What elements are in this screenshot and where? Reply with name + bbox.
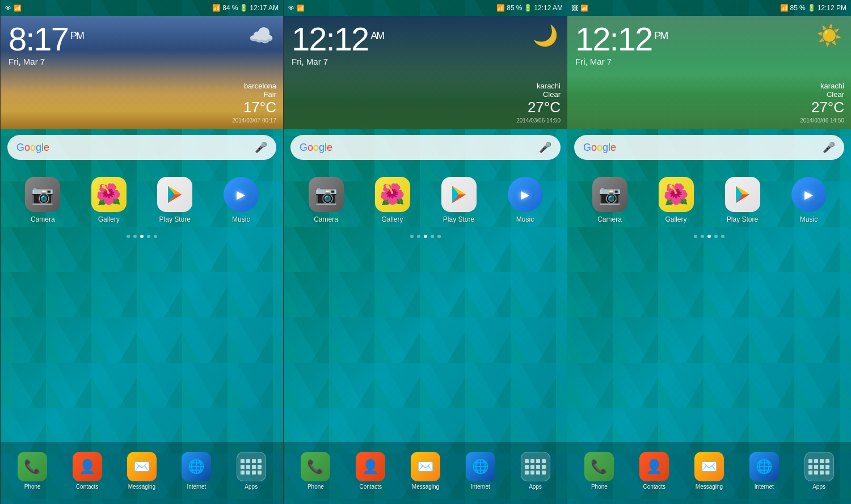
img-icon-3: 🖼 — [572, 5, 578, 11]
app-music-1[interactable]: Music — [218, 177, 264, 223]
dock-internet-1[interactable]: 🌐 Internet — [182, 452, 211, 490]
apps-dock-label-3: Apps — [812, 484, 825, 490]
dot-2-4[interactable] — [431, 235, 434, 238]
dock-phone-2[interactable]: 📞 Phone — [301, 452, 330, 490]
app-gallery-2[interactable]: Gallery — [370, 177, 415, 223]
internet-dock-icon-2: 🌐 — [466, 452, 495, 481]
weather-updated-1: 2014/03/07 00:17 — [232, 117, 276, 124]
weather-bottom-3: karachi Clear 27°C 2014/03/06 14:50 — [800, 82, 844, 124]
gallery-label-2: Gallery — [381, 215, 403, 223]
dot-3-4[interactable] — [714, 235, 718, 238]
battery-icon-3: 🔋 — [807, 4, 816, 12]
music-label-1: Music — [232, 215, 250, 223]
gallery-icon-1 — [91, 177, 127, 212]
dock-internet-2[interactable]: 🌐 Internet — [466, 452, 495, 490]
dock-apps-1[interactable]: Apps — [237, 452, 266, 490]
dot-1-3[interactable] — [140, 235, 144, 238]
dock-internet-3[interactable]: 🌐 Internet — [749, 452, 779, 490]
phone-dock-icon-3: 📞 — [584, 452, 614, 481]
wifi-icon-3: 📶 — [580, 5, 588, 12]
app-playstore-3[interactable]: Play Store — [720, 177, 765, 223]
app-camera-1[interactable]: Camera — [20, 177, 65, 223]
music-icon-3 — [791, 177, 827, 212]
phone-screen-2: 👁 📶 📶 85% 🔋 12:12 AM 12:12AM Fri, Mar 7 … — [284, 0, 567, 504]
dot-3-3[interactable] — [707, 235, 711, 238]
weather-time-3: 12:12PM — [575, 23, 843, 56]
playstore-label-2: Play Store — [443, 215, 474, 223]
app-camera-2[interactable]: Camera — [304, 177, 349, 223]
dot-3-2[interactable] — [701, 235, 704, 238]
music-label-2: Music — [516, 215, 534, 223]
status-bar-2: 👁 📶 📶 85% 🔋 12:12 AM — [284, 0, 567, 16]
dock-apps-3[interactable]: Apps — [804, 452, 834, 490]
app-gallery-1[interactable]: Gallery — [86, 177, 132, 223]
search-bar-1[interactable]: Google 🎤 — [7, 135, 276, 160]
weather-date-1: Fri, Mar 7 — [9, 57, 275, 66]
dot-1-1[interactable] — [127, 235, 130, 238]
weather-icon-1: ☁️ — [248, 24, 274, 48]
weather-temp-2: 27°C — [516, 99, 561, 116]
dock-messaging-2[interactable]: ✉️ Messaging — [411, 452, 440, 490]
phone-dock-label-1: Phone — [24, 484, 41, 490]
mic-icon-2[interactable]: 🎤 — [539, 141, 551, 154]
status-left-2: 👁 📶 — [288, 5, 305, 12]
dot-1-2[interactable] — [133, 235, 137, 238]
dot-2-1[interactable] — [410, 235, 414, 238]
dock-contacts-3[interactable]: 👤 Contacts — [639, 452, 669, 490]
apps-dock-icon-3 — [804, 452, 834, 481]
dock-phone-3[interactable]: 📞 Phone — [584, 452, 614, 490]
dock-contacts-1[interactable]: 👤 Contacts — [73, 452, 102, 490]
google-logo-1: Google — [16, 142, 49, 154]
app-playstore-2[interactable]: Play Store — [436, 177, 482, 223]
dot-1-5[interactable] — [154, 235, 157, 238]
internet-dock-label-1: Internet — [187, 484, 206, 490]
apps-dock-label-2: Apps — [529, 484, 542, 490]
google-logo-3: Google — [583, 142, 616, 154]
mic-icon-1[interactable]: 🎤 — [255, 141, 267, 154]
apps-dock-icon-1 — [237, 452, 266, 481]
dot-3-5[interactable] — [721, 235, 724, 238]
weather-widget-2: 12:12AM Fri, Mar 7 🌙 karachi Clear 27°C … — [284, 16, 567, 129]
dock-messaging-1[interactable]: ✉️ Messaging — [127, 452, 157, 490]
weather-city-2: karachi — [516, 82, 561, 90]
dock-phone-1[interactable]: 📞 Phone — [18, 452, 47, 490]
eye-icon-2: 👁 — [288, 5, 294, 11]
weather-widget-3: 12:12PM Fri, Mar 7 ☀️ karachi Clear 27°C… — [567, 16, 851, 129]
mic-icon-3[interactable]: 🎤 — [823, 141, 835, 154]
app-music-3[interactable]: Music — [786, 177, 832, 223]
weather-updated-2: 2014/03/06 14:50 — [516, 117, 561, 124]
eye-icon: 👁 — [5, 5, 11, 11]
internet-dock-icon-3: 🌐 — [749, 452, 779, 481]
dot-2-5[interactable] — [437, 235, 441, 238]
dot-1-4[interactable] — [147, 235, 150, 238]
app-music-2[interactable]: Music — [503, 177, 548, 223]
phone-screen-1: 👁 📶 📶 84% 🔋 12:17 AM 8:17PM Fri, Mar 7 ☁… — [0, 0, 284, 504]
playstore-icon-1 — [157, 177, 192, 212]
dot-2-3[interactable] — [424, 235, 427, 238]
apps-dock-icon-2 — [521, 452, 550, 481]
weather-date-3: Fri, Mar 7 — [575, 57, 843, 66]
weather-condition-2: Clear — [516, 90, 561, 99]
app-gallery-3[interactable]: Gallery — [654, 177, 699, 223]
dock-messaging-3[interactable]: ✉️ Messaging — [694, 452, 724, 490]
page-dots-2 — [284, 235, 567, 238]
weather-city-1: barcelona — [232, 82, 276, 90]
app-playstore-1[interactable]: Play Store — [152, 177, 197, 223]
weather-content-2: 12:12AM Fri, Mar 7 🌙 karachi Clear 27°C … — [284, 16, 567, 129]
search-bar-2[interactable]: Google 🎤 — [290, 135, 561, 160]
messaging-dock-icon-3: ✉️ — [694, 452, 724, 481]
page-dots-1 — [1, 235, 283, 238]
weather-date-2: Fri, Mar 7 — [292, 57, 559, 66]
dock-contacts-2[interactable]: 👤 Contacts — [356, 452, 385, 490]
weather-condition-3: Clear — [800, 90, 844, 99]
dock-apps-2[interactable]: Apps — [521, 452, 550, 490]
playstore-icon-3 — [725, 177, 760, 212]
contacts-dock-icon-2: 👤 — [356, 452, 385, 481]
app-camera-3[interactable]: Camera — [587, 177, 633, 223]
weather-temp-3: 27°C — [800, 99, 844, 116]
dot-3-1[interactable] — [694, 235, 697, 238]
dot-2-2[interactable] — [417, 235, 420, 238]
status-left-3: 🖼 📶 — [572, 5, 588, 12]
contacts-dock-icon-1: 👤 — [73, 452, 102, 481]
search-bar-3[interactable]: Google 🎤 — [574, 135, 844, 160]
